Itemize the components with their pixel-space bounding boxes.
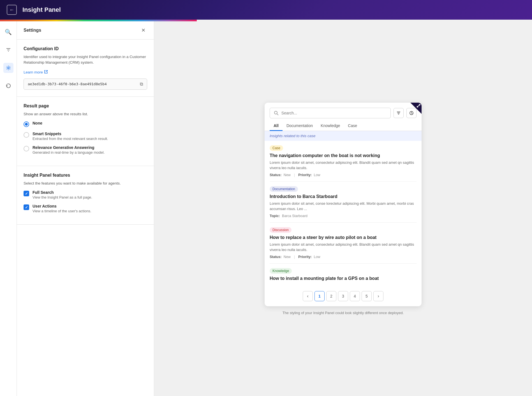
tab-case[interactable]: Case xyxy=(344,121,361,131)
card-search-area xyxy=(265,103,422,118)
svg-line-6 xyxy=(277,114,278,115)
pagination-page-3[interactable]: 3 xyxy=(338,291,348,301)
radio-option-generative: Relevance Generative Answering Generated… xyxy=(24,145,147,155)
card-search-bar xyxy=(270,108,417,118)
result-title-3[interactable]: How to replace a steer by wire auto pilo… xyxy=(270,235,417,240)
result-title-4[interactable]: How to install a mounting plate for a GP… xyxy=(270,276,417,281)
pagination-prev[interactable]: ‹ xyxy=(303,291,313,301)
features-title: Insight Panel features xyxy=(24,173,147,178)
checkbox-user-actions-box[interactable]: ✓ xyxy=(24,204,29,210)
radio-generative-label: Relevance Generative Answering xyxy=(33,145,105,150)
pagination-page-1[interactable]: 1 xyxy=(314,291,325,301)
copy-icon[interactable]: ⧉ xyxy=(140,82,143,87)
checkmark-icon-2: ✓ xyxy=(25,205,28,209)
full-search-desc: View the Insight Panel as a full page. xyxy=(33,195,92,199)
app-header: ← Insight Panel xyxy=(0,0,532,20)
filter-button[interactable] xyxy=(394,108,404,118)
sidebar-settings-icon[interactable] xyxy=(3,63,13,73)
tab-documentation[interactable]: Documentation xyxy=(283,121,317,131)
sidebar-history-icon[interactable] xyxy=(3,81,13,91)
result-excerpt-2: Lorem ipsum dolor sit amet, conse lorect… xyxy=(270,201,417,212)
radio-smart-snippets-label: Smart Snippets xyxy=(33,132,108,136)
back-button[interactable]: ← xyxy=(7,5,17,15)
full-search-label: Full Search xyxy=(33,190,92,195)
insight-panel-preview: All Documentation Knowledge Case Insight… xyxy=(265,103,422,306)
sidebar-search-icon[interactable]: 🔍 xyxy=(3,27,13,37)
features-desc: Select the features you want to make ava… xyxy=(24,181,147,186)
app-title: Insight Panel xyxy=(22,6,61,13)
result-item: Discussion How to replace a steer by wir… xyxy=(270,223,417,264)
settings-header: Settings ✕ xyxy=(17,21,154,40)
card-pagination: ‹ 1 2 3 4 5 › xyxy=(265,287,422,306)
tab-knowledge[interactable]: Knowledge xyxy=(317,121,344,131)
result-badge-case: Case xyxy=(270,145,283,151)
result-badge-discussion: Discussion xyxy=(270,227,292,233)
tab-all[interactable]: All xyxy=(270,121,283,131)
result-title-2[interactable]: Introduction to Barca Starboard xyxy=(270,194,417,199)
search-input-wrapper[interactable] xyxy=(270,108,391,118)
search-magnifier-icon xyxy=(274,110,279,116)
svg-point-3 xyxy=(8,67,9,69)
icon-sidebar: 🔍 xyxy=(0,21,17,396)
svg-point-5 xyxy=(274,111,277,114)
radio-smart-snippets-desc: Extracted from the most relevant search … xyxy=(33,137,108,141)
pagination-page-5[interactable]: 5 xyxy=(362,291,372,301)
settings-title: Settings xyxy=(24,28,41,33)
features-section: Insight Panel features Select the featur… xyxy=(17,166,154,225)
checkmark-icon: ✓ xyxy=(25,192,28,196)
radio-none-label: None xyxy=(33,121,42,125)
config-id-value: ae3ed1db-3b73-46f0-b6e3-8ae491d8e5b4 xyxy=(28,82,140,86)
pagination-next[interactable]: › xyxy=(373,291,383,301)
sidebar-filter-icon[interactable] xyxy=(3,45,13,55)
result-page-title: Result page xyxy=(24,103,147,109)
preview-area: All Documentation Knowledge Case Insight… xyxy=(154,21,532,396)
pagination-page-4[interactable]: 4 xyxy=(350,291,360,301)
radio-option-smart-snippets: Smart Snippets Extracted from the most r… xyxy=(24,132,147,141)
search-input[interactable] xyxy=(281,111,387,115)
result-meta-2: Topic: Barca Starboard xyxy=(270,214,417,218)
external-link-icon xyxy=(44,70,48,75)
user-actions-label: User Actions xyxy=(33,204,91,208)
result-meta-3: Status: New | Priority: Low xyxy=(270,255,417,259)
expand-icon[interactable] xyxy=(417,104,420,109)
radio-generative[interactable] xyxy=(24,146,29,151)
result-excerpt-1: Lorem ipsum dolor sit amet, consectetur … xyxy=(270,160,417,171)
configuration-id-section: Configuration ID Identifier used to inte… xyxy=(17,40,154,97)
settings-panel: Settings ✕ Configuration ID Identifier u… xyxy=(17,21,154,396)
pagination-page-2[interactable]: 2 xyxy=(326,291,336,301)
result-badge-doc: Documentation xyxy=(270,186,298,192)
user-actions-desc: View a timeline of the user's actions. xyxy=(33,209,91,213)
result-meta-1: Status: New | Priority: Low xyxy=(270,173,417,177)
config-id-desc: Identifier used to integrate your Insigh… xyxy=(24,54,147,66)
radio-generative-desc: Generated in real-time by a language mod… xyxy=(33,150,105,155)
checkbox-full-search: ✓ Full Search View the Insight Panel as … xyxy=(24,190,147,199)
preview-footer-note: The styling of your Insight Panel could … xyxy=(283,311,404,315)
radio-smart-snippets[interactable] xyxy=(24,132,29,138)
result-item: Case The navigation computer on the boat… xyxy=(270,141,417,182)
insights-banner: Insights related to this case xyxy=(265,131,422,141)
config-id-title: Configuration ID xyxy=(24,46,147,51)
checkbox-full-search-box[interactable]: ✓ xyxy=(24,191,29,196)
result-page-desc: Show an answer above the results list. xyxy=(24,111,147,117)
config-id-field: ae3ed1db-3b73-46f0-b6e3-8ae491d8e5b4 ⧉ xyxy=(24,79,147,90)
result-page-section: Result page Show an answer above the res… xyxy=(17,97,154,166)
result-badge-knowledge: Knowledge xyxy=(270,268,292,274)
result-item: Documentation Introduction to Barca Star… xyxy=(270,182,417,223)
learn-more-link[interactable]: Learn more xyxy=(24,70,48,75)
result-excerpt-3: Lorem ipsum dolor sit amet, consectetur … xyxy=(270,242,417,253)
radio-none[interactable] xyxy=(24,121,29,127)
card-results: Case The navigation computer on the boat… xyxy=(265,141,422,287)
settings-close-button[interactable]: ✕ xyxy=(139,26,147,34)
main-content: 🔍 Settings ✕ Co xyxy=(0,21,532,396)
card-tabs: All Documentation Knowledge Case xyxy=(265,118,422,131)
svg-line-4 xyxy=(46,70,47,72)
result-title-1[interactable]: The navigation computer on the boat is n… xyxy=(270,153,417,158)
radio-option-none: None xyxy=(24,121,147,127)
result-item: Knowledge How to install a mounting plat… xyxy=(270,264,417,287)
checkbox-user-actions: ✓ User Actions View a timeline of the us… xyxy=(24,204,147,213)
